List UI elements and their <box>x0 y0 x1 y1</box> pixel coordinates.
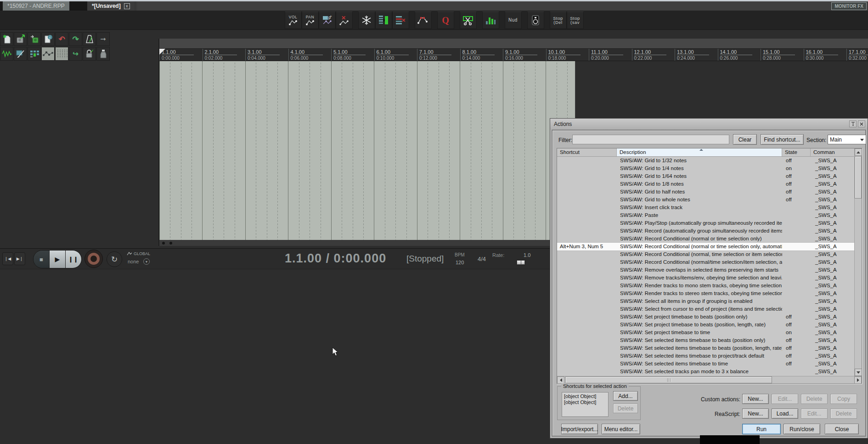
table-row[interactable]: SWS/AW: Record Conditional (normal/time … <box>557 258 854 266</box>
table-row[interactable]: SWS/AW: Set selected items timebase to b… <box>557 344 854 352</box>
project-tab-unsaved[interactable]: *[Unsaved] x <box>87 1 135 11</box>
rate-value[interactable]: 1.0 <box>524 252 530 258</box>
table-row[interactable]: SWS/AW: Render tracks to stereo stem tra… <box>557 290 854 297</box>
run-close-button[interactable]: Run/close <box>783 424 820 434</box>
find-shortcut-button[interactable]: Find shortcut... <box>761 134 804 145</box>
cut-items-button[interactable] <box>460 11 477 29</box>
close-button[interactable]: Close <box>825 424 859 434</box>
table-row[interactable]: SWS/AW: Grid to 1/32 notes off _SWS_A <box>557 157 854 165</box>
dock-pin-icon[interactable] <box>849 120 857 127</box>
table-row[interactable]: SWS/AW: Set project timebase to time on … <box>557 329 854 336</box>
custom-action-button[interactable]: Edit... <box>772 394 798 404</box>
levels-meter-button[interactable] <box>482 11 499 29</box>
table-row[interactable]: SWS/AW: Remove tracks/items/env, obeying… <box>557 274 854 282</box>
rate-slider[interactable] <box>516 260 525 265</box>
horizontal-scrollbar[interactable] <box>557 376 862 383</box>
shortcuts-listbox[interactable]: [object Object][object Object] <box>562 392 609 417</box>
pause-button[interactable]: ❙❙ <box>66 250 81 268</box>
stop-button[interactable]: ■ <box>34 250 49 268</box>
go-start-button[interactable]: ❘◀ <box>2 252 13 265</box>
stop-save-button[interactable]: Stop (sav <box>567 11 584 29</box>
render-stems-button[interactable] <box>375 11 392 29</box>
stop-delete-button[interactable]: Stop (Del <box>550 11 567 29</box>
timeline-ruler[interactable]: 1.1.00 0:00.000 2.1.00 0:02.000 3.1.00 0… <box>159 49 868 61</box>
table-row[interactable]: SWS/AW: Grid to 1/64 notes off _SWS_A <box>557 172 854 180</box>
table-row[interactable]: SWS/AW: Set project timebase to beats (p… <box>557 321 854 329</box>
add-shortcut-button[interactable]: Add... <box>613 391 638 401</box>
column-header-state[interactable]: State <box>782 148 811 156</box>
table-row[interactable]: SWS/AW: Select from cursor to end of pro… <box>557 305 854 313</box>
save-project-button[interactable] <box>28 32 41 46</box>
record-button[interactable] <box>85 250 103 268</box>
volume-envelope-button[interactable]: VOL <box>285 11 302 29</box>
media-blocks-button[interactable] <box>28 47 41 61</box>
table-row[interactable]: SWS/AW: Set selected items timebase to p… <box>557 352 854 360</box>
play-button[interactable]: ▶ <box>49 250 66 268</box>
scroll-dot[interactable] <box>162 242 165 245</box>
custom-action-button[interactable]: New... <box>742 394 769 404</box>
table-row[interactable]: SWS/AW: Grid to 1/8 notes off _SWS_A <box>557 180 854 188</box>
table-row[interactable]: SWS/AW: Select all items in group if gro… <box>557 297 854 305</box>
shortcut-item[interactable]: [object Object] <box>564 399 606 405</box>
table-row[interactable]: SWS/AW: Set selected items timebase to t… <box>557 360 854 368</box>
global-automation[interactable]: GLOBAL <box>127 251 150 256</box>
table-row[interactable]: SWS/AW: Set selected items timebase to b… <box>557 336 854 344</box>
time-signature[interactable]: 4/4 <box>478 256 486 262</box>
repeat-button[interactable]: ↻ <box>107 251 122 267</box>
scroll-right-icon[interactable] <box>854 376 862 384</box>
grid-snap-button[interactable] <box>55 47 68 61</box>
bpm-value[interactable]: 120 <box>456 260 464 265</box>
section-select[interactable]: Main <box>828 135 866 144</box>
arrange-grid[interactable] <box>159 61 575 240</box>
reascript-button[interactable]: New... <box>742 409 769 419</box>
custom-action-button[interactable]: Delete <box>801 394 828 404</box>
horizontal-scroll-thumb[interactable] <box>565 376 772 383</box>
filter-input[interactable] <box>572 135 729 144</box>
reascript-button[interactable]: Load... <box>772 409 798 419</box>
transport-position[interactable]: 1.1.00 / 0:00.000 <box>285 251 386 266</box>
table-row[interactable]: SWS/AW: Grid to half notes off _SWS_A <box>557 188 854 196</box>
close-icon[interactable] <box>858 120 865 127</box>
undo-button[interactable]: ↶ <box>55 32 68 46</box>
arrange-scroll-strip[interactable] <box>159 39 868 49</box>
project-tab-andre[interactable]: *150927 - ANDRE.RPP <box>3 1 69 11</box>
table-row[interactable]: SWS/AW: Record (automatically group simu… <box>557 227 854 235</box>
scroll-up-icon[interactable] <box>855 148 862 156</box>
delete-envelope-button[interactable]: ✕ <box>336 11 353 29</box>
monitor-fx-button[interactable]: MONITOR FX <box>831 2 867 10</box>
glue-button[interactable] <box>96 47 110 61</box>
screenset-button[interactable] <box>14 47 27 61</box>
menu-editor-button[interactable]: Menu editor... <box>602 424 640 434</box>
speaker-button[interactable] <box>527 11 544 29</box>
pan-envelope-button[interactable]: PAN <box>302 11 319 29</box>
scroll-down-icon[interactable] <box>855 369 862 376</box>
table-row[interactable]: SWS/AW: Remove overlaps in selected item… <box>557 266 854 274</box>
chevron-down-icon[interactable]: ▼ <box>143 258 150 265</box>
actions-dialog-titlebar[interactable]: Actions <box>550 119 868 130</box>
vertical-scroll-thumb[interactable] <box>855 156 862 199</box>
quantize-button[interactable]: Q <box>437 11 454 29</box>
table-row[interactable]: SWS/AW: Set selected tracks pan mode to … <box>557 368 854 376</box>
clear-button[interactable]: Clear <box>733 134 757 145</box>
peaks-button[interactable] <box>0 47 13 61</box>
shortcut-item[interactable]: [object Object] <box>564 393 606 399</box>
scroll-left-icon[interactable] <box>557 376 564 384</box>
close-tab-icon[interactable]: x <box>124 3 130 9</box>
column-header-description[interactable]: Description <box>617 148 782 156</box>
remove-items-button[interactable]: ✕ <box>392 11 409 29</box>
scroll-dot[interactable] <box>169 242 172 245</box>
table-row[interactable]: SWS/AW: Record Conditional (normal, time… <box>557 250 854 258</box>
lock-button[interactable]: ✓ <box>83 47 96 61</box>
envelope-points-button[interactable] <box>415 11 432 29</box>
table-row[interactable]: Alt+Num 3, Num 5 SWS/AW: Record Conditio… <box>557 243 854 250</box>
freeze-button[interactable] <box>358 11 375 29</box>
vertical-scrollbar[interactable] <box>854 148 862 376</box>
add-envelope-point-button[interactable]: p+ <box>319 11 336 29</box>
project-info-button[interactable]: i <box>41 32 55 46</box>
open-project-button[interactable] <box>14 32 27 46</box>
go-end-button[interactable]: ▶❘ <box>14 252 25 265</box>
reascript-button[interactable]: Edit... <box>801 409 828 419</box>
table-row[interactable]: SWS/AW: Render tracks to mono stem track… <box>557 282 854 290</box>
metronome-button[interactable] <box>83 32 96 46</box>
ripple-edit-button[interactable]: ↪ <box>69 47 82 61</box>
